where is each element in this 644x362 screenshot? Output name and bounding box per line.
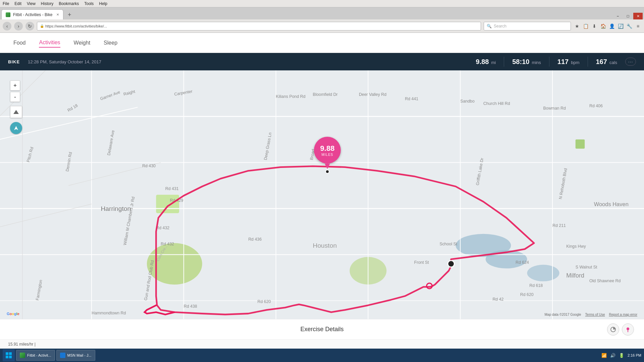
map-terms[interactable]: Terms of Use xyxy=(585,313,605,316)
menu-file[interactable]: File xyxy=(3,1,9,6)
taskbar: Fitbit - Activit... MSN Mail - J... 📶 🔊 … xyxy=(0,349,644,362)
svg-text:Rd 620: Rd 620 xyxy=(258,299,271,304)
address-bar[interactable]: 🔒 https://www.fitbit.com/activities/bike… xyxy=(37,22,481,31)
navigation-bar: ‹ › ↻ 🔒 https://www.fitbit.com/activitie… xyxy=(0,19,644,33)
msn-taskbar-icon xyxy=(60,353,65,358)
taskbar-fitbit[interactable]: Fitbit - Activit... xyxy=(16,350,55,361)
tab-close-button[interactable]: ✕ xyxy=(56,13,59,16)
stat-divider-2 xyxy=(549,57,549,67)
distance-stat: 9.88 mi xyxy=(476,58,496,66)
bookmarks-list-icon[interactable]: 📋 xyxy=(582,23,589,29)
map-report[interactable]: Report a map error xyxy=(609,313,637,316)
new-tab-button[interactable]: + xyxy=(65,10,74,19)
terrain-button[interactable] xyxy=(10,106,22,118)
svg-text:Rd 438: Rd 438 xyxy=(184,304,197,309)
menu-edit[interactable]: Edit xyxy=(14,1,21,6)
exercise-details-section: Exercise Details xyxy=(0,319,644,339)
search-placeholder: Search xyxy=(494,24,506,28)
tray-battery-icon: 🔋 xyxy=(619,353,624,358)
menu-view[interactable]: View xyxy=(27,1,36,6)
svg-rect-79 xyxy=(9,356,12,358)
refresh-button[interactable]: ↻ xyxy=(25,22,34,31)
zoom-in-button[interactable]: + xyxy=(10,80,20,90)
nav-icons: ★ 📋 ⬇ 🏠 👤 🔄 🔧 ≡ xyxy=(574,23,641,29)
nav-activities[interactable]: Activities xyxy=(39,38,60,48)
more-options-button[interactable]: ··· xyxy=(625,58,636,66)
svg-text:Rd 436: Rd 436 xyxy=(248,237,262,242)
svg-marker-73 xyxy=(14,126,18,130)
mountain-icon xyxy=(13,109,19,115)
back-button[interactable]: ‹ xyxy=(3,22,11,31)
svg-text:Rd 441: Rd 441 xyxy=(405,97,418,101)
svg-text:Bloomfield Dr: Bloomfield Dr xyxy=(313,92,338,97)
map-zoom-controls: + - xyxy=(10,80,22,134)
duration-value: 58:10 xyxy=(512,58,529,66)
fitbit-location-button[interactable] xyxy=(10,122,22,134)
download-icon[interactable]: ⬇ xyxy=(591,23,598,29)
view-toggle xyxy=(607,323,634,336)
speed-value: 15.91 miles/hr | xyxy=(8,342,36,347)
svg-text:Milford: Milford xyxy=(566,272,584,279)
menu-tools[interactable]: Tools xyxy=(84,1,94,6)
profile-icon[interactable]: 👤 xyxy=(608,23,615,29)
nav-weight[interactable]: Weight xyxy=(74,39,91,47)
svg-point-5 xyxy=(147,243,202,285)
svg-text:Houston: Houston xyxy=(313,242,337,249)
svg-text:Harrington: Harrington xyxy=(101,205,131,212)
map-copyright: Map data ©2017 Google xyxy=(544,313,581,316)
svg-point-75 xyxy=(627,327,629,330)
svg-point-70 xyxy=(448,260,454,267)
speed-bar: 15.91 miles/hr | xyxy=(0,339,644,349)
active-tab[interactable]: Fitbit - Activities - Bike ✕ xyxy=(1,9,63,19)
menu-bookmarks[interactable]: Bookmarks xyxy=(59,1,79,6)
distance-bubble-label: MILES xyxy=(321,153,333,157)
map-view-button[interactable] xyxy=(622,323,634,336)
heartrate-unit: bpm xyxy=(571,60,579,65)
start-button[interactable] xyxy=(3,349,15,361)
maximize-button[interactable]: □ xyxy=(623,13,633,19)
stat-divider-1 xyxy=(504,57,504,67)
close-button[interactable]: ✕ xyxy=(633,13,643,19)
google-logo: Google xyxy=(7,312,19,316)
home-icon[interactable]: 🏠 xyxy=(600,23,606,29)
menu-help[interactable]: Help xyxy=(99,1,107,6)
exercise-details-title: Exercise Details xyxy=(300,326,343,333)
lock-icon: 🔒 xyxy=(40,24,44,28)
svg-text:Front St: Front St xyxy=(414,260,429,265)
address-text: https://www.fitbit.com/activities/bike/.… xyxy=(45,24,478,28)
system-clock: 2:16 PM xyxy=(628,353,641,357)
map-svg: Rd 18 Garner Ave Raight Carpenter Kilian… xyxy=(0,70,644,319)
calories-unit: cals xyxy=(609,60,617,65)
chart-view-button[interactable] xyxy=(607,323,619,336)
clock-time: 2:16 PM xyxy=(628,353,641,357)
menu-icon[interactable]: ≡ xyxy=(635,23,641,29)
zoom-out-button[interactable]: - xyxy=(10,92,20,102)
distance-dot xyxy=(325,170,329,174)
svg-text:Old Shawnee Rd: Old Shawnee Rd xyxy=(589,279,621,283)
activity-type: BIKE xyxy=(8,59,20,64)
svg-text:Rd 430: Rd 430 xyxy=(142,164,156,168)
sync-icon[interactable]: 🔄 xyxy=(617,23,624,29)
menu-history[interactable]: History xyxy=(41,1,53,6)
svg-rect-7 xyxy=(576,139,585,148)
taskbar-msn[interactable]: MSN Mail - J... xyxy=(56,350,95,361)
svg-text:Kilians Pond Rd: Kilians Pond Rd xyxy=(276,94,306,99)
forward-button[interactable]: › xyxy=(14,22,23,31)
tab-favicon xyxy=(6,12,10,17)
distance-bubble: 9.88 MILES xyxy=(314,137,341,164)
svg-text:Sandbo: Sandbo xyxy=(460,99,475,104)
heartrate-stat: 117 bpm xyxy=(557,58,580,66)
svg-text:Rd 624: Rd 624 xyxy=(516,260,529,265)
minimize-button[interactable]: − xyxy=(613,13,623,19)
fitbit-taskbar-icon xyxy=(20,353,25,358)
system-tray: 📶 🔊 🔋 2:16 PM xyxy=(601,353,641,358)
nav-food[interactable]: Food xyxy=(13,39,25,47)
search-bar[interactable]: 🔍 Search xyxy=(484,22,571,31)
calories-value: 167 xyxy=(596,58,607,66)
nav-sleep[interactable]: Sleep xyxy=(104,39,117,47)
extensions-icon[interactable]: 🔧 xyxy=(626,23,633,29)
svg-point-3 xyxy=(527,265,559,281)
tab-bar: Fitbit - Activities - Bike ✕ + − □ ✕ xyxy=(0,7,644,19)
bookmark-star-icon[interactable]: ★ xyxy=(574,23,580,29)
svg-text:Kings Hwy: Kings Hwy xyxy=(566,244,586,249)
